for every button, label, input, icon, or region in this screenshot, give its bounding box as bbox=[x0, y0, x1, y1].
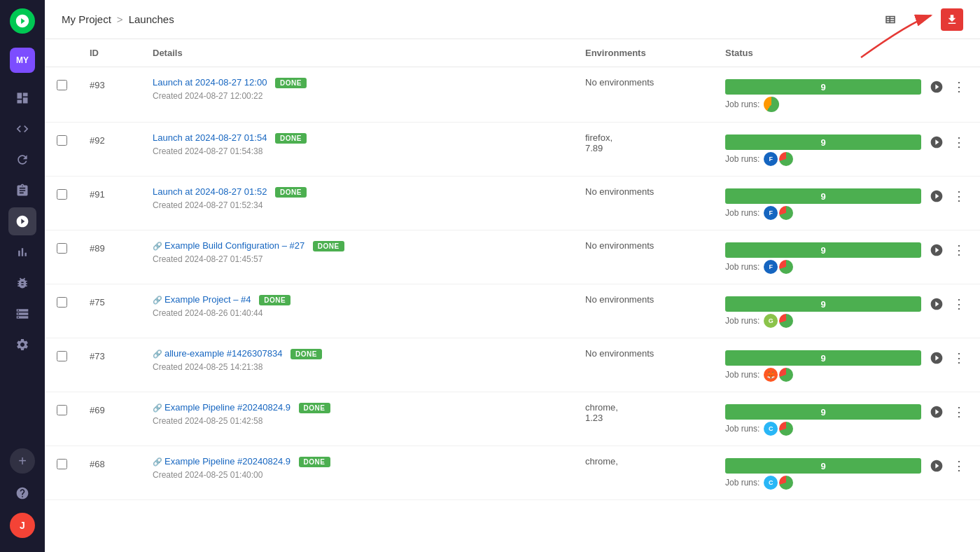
progress-bar: 9 bbox=[725, 134, 921, 150]
job-runs: Job runs: C bbox=[725, 476, 969, 490]
export-button[interactable] bbox=[941, 8, 963, 31]
user-avatar[interactable]: J bbox=[10, 513, 35, 538]
status-badge: DONE bbox=[275, 133, 307, 144]
sidebar-item-launches[interactable] bbox=[8, 207, 36, 235]
launch-link[interactable]: Launch at 2024-08-27 12:00 bbox=[153, 77, 267, 88]
columns-button[interactable] bbox=[879, 8, 902, 31]
play-button[interactable] bbox=[927, 186, 946, 206]
sidebar-item-code[interactable] bbox=[8, 115, 36, 143]
row-checkbox-cell bbox=[45, 284, 78, 338]
job-runs: Job runs: F bbox=[725, 206, 969, 220]
more-button[interactable]: ⋮ bbox=[949, 402, 969, 422]
job-runs: Job runs: bbox=[725, 97, 969, 112]
job-runs-label: Job runs: bbox=[725, 424, 760, 434]
row-environments: firefox,7.89 bbox=[574, 123, 714, 177]
launches-table: ID Details Environments Status #93 Launc… bbox=[45, 39, 980, 500]
progress-bar: 9 bbox=[725, 350, 921, 366]
row-id: #91 bbox=[78, 177, 141, 230]
sidebar-item-settings[interactable] bbox=[8, 331, 36, 359]
row-checkbox[interactable] bbox=[57, 459, 67, 469]
job-runs: Job runs: 🦊 bbox=[725, 368, 969, 382]
row-details: Launch at 2024-08-27 12:00 DONE Created … bbox=[141, 67, 574, 123]
row-environments: No environments bbox=[574, 67, 714, 123]
row-checkbox[interactable] bbox=[57, 243, 67, 254]
row-checkbox[interactable] bbox=[57, 80, 67, 90]
play-button[interactable] bbox=[927, 77, 946, 97]
row-checkbox-cell bbox=[45, 177, 78, 230]
more-button[interactable]: ⋮ bbox=[949, 456, 969, 476]
play-button[interactable] bbox=[927, 240, 946, 260]
sidebar-item-chart[interactable] bbox=[8, 238, 36, 266]
status-badge: DONE bbox=[299, 403, 330, 413]
row-environments: No environments bbox=[574, 230, 714, 284]
row-environments: No environments bbox=[574, 338, 714, 392]
play-button[interactable] bbox=[927, 294, 946, 314]
more-button[interactable]: ⋮ bbox=[949, 294, 969, 314]
row-checkbox[interactable] bbox=[57, 135, 67, 146]
sidebar-bottom: + J bbox=[8, 448, 36, 544]
play-button[interactable] bbox=[927, 456, 946, 476]
launch-link[interactable]: Example Build Configuration – #27 bbox=[164, 240, 304, 251]
sidebar-item-clipboard[interactable] bbox=[8, 177, 36, 205]
page-header: My Project > Launches bbox=[45, 0, 980, 39]
more-button[interactable]: ⋮ bbox=[949, 186, 969, 206]
launch-link[interactable]: Launch at 2024-08-27 01:52 bbox=[153, 186, 267, 197]
row-environments: chrome,1.23 bbox=[574, 392, 714, 446]
table-row: #92 Launch at 2024-08-27 01:54 DONE Crea… bbox=[45, 123, 980, 177]
row-checkbox[interactable] bbox=[57, 297, 67, 308]
row-environments: No environments bbox=[574, 284, 714, 338]
more-button[interactable]: ⋮ bbox=[949, 348, 969, 368]
row-id: #75 bbox=[78, 284, 141, 338]
status-badge: DONE bbox=[275, 187, 307, 198]
sidebar-item-refresh[interactable] bbox=[8, 146, 36, 174]
sidebar-item-dashboard[interactable] bbox=[8, 84, 36, 112]
table-row: #91 Launch at 2024-08-27 01:52 DONE Crea… bbox=[45, 177, 980, 230]
row-details: Launch at 2024-08-27 01:52 DONE Created … bbox=[141, 177, 574, 230]
status-badge: DONE bbox=[259, 295, 290, 305]
created-text: Created 2024-08-27 01:45:57 bbox=[153, 254, 563, 264]
job-runs: Job runs: C bbox=[725, 422, 969, 436]
play-button[interactable] bbox=[927, 132, 946, 152]
row-checkbox[interactable] bbox=[57, 405, 67, 415]
more-button[interactable]: ⋮ bbox=[949, 132, 969, 152]
breadcrumb: My Project > Launches bbox=[62, 13, 174, 25]
help-button[interactable] bbox=[8, 479, 36, 507]
play-button[interactable] bbox=[927, 348, 946, 368]
app-logo[interactable] bbox=[10, 8, 35, 34]
launch-link[interactable]: Launch at 2024-08-27 01:54 bbox=[153, 132, 267, 143]
created-text: Created 2024-08-27 12:00:22 bbox=[153, 91, 563, 101]
progress-bar: 9 bbox=[725, 79, 921, 95]
row-checkbox[interactable] bbox=[57, 189, 67, 200]
launch-link[interactable]: Example Pipeline #20240824.9 bbox=[164, 402, 290, 413]
row-checkbox-cell bbox=[45, 392, 78, 446]
launch-link[interactable]: allure-example #1426307834 bbox=[164, 348, 282, 359]
created-text: Created 2024-08-26 01:40:44 bbox=[153, 308, 563, 318]
row-status: 9 ⋮ Job runs: C bbox=[714, 446, 980, 500]
job-runs-label: Job runs: bbox=[725, 370, 760, 380]
created-text: Created 2024-08-25 01:40:00 bbox=[153, 470, 563, 480]
row-id: #93 bbox=[78, 67, 141, 123]
job-runs-label: Job runs: bbox=[725, 208, 760, 218]
sidebar-item-bug[interactable] bbox=[8, 269, 36, 297]
row-checkbox[interactable] bbox=[57, 351, 67, 361]
launch-link[interactable]: Example Project – #4 bbox=[164, 294, 251, 305]
job-runs-label: Job runs: bbox=[725, 262, 760, 272]
workspace-avatar[interactable]: MY bbox=[10, 48, 35, 73]
row-id: #73 bbox=[78, 338, 141, 392]
add-button[interactable]: + bbox=[10, 448, 35, 474]
launch-link[interactable]: Example Pipeline #20240824.9 bbox=[164, 456, 290, 467]
row-status: 9 ⋮ Job runs: G bbox=[714, 284, 980, 338]
more-button[interactable]: ⋮ bbox=[949, 77, 969, 97]
table-row: #75 🔗Example Project – #4 DONE Created 2… bbox=[45, 284, 980, 338]
status-badge: DONE bbox=[275, 78, 307, 88]
job-runs: Job runs: F bbox=[725, 260, 969, 274]
breadcrumb-project[interactable]: My Project bbox=[62, 13, 111, 25]
job-runs-label: Job runs: bbox=[725, 99, 760, 109]
sidebar-item-storage[interactable] bbox=[8, 300, 36, 328]
row-status: 9 ⋮ Job runs: C bbox=[714, 392, 980, 446]
more-button[interactable]: ⋮ bbox=[949, 240, 969, 260]
row-environments: No environments bbox=[574, 177, 714, 230]
play-button[interactable] bbox=[927, 402, 946, 422]
created-text: Created 2024-08-27 01:54:38 bbox=[153, 146, 563, 156]
filter-button[interactable] bbox=[910, 8, 932, 31]
